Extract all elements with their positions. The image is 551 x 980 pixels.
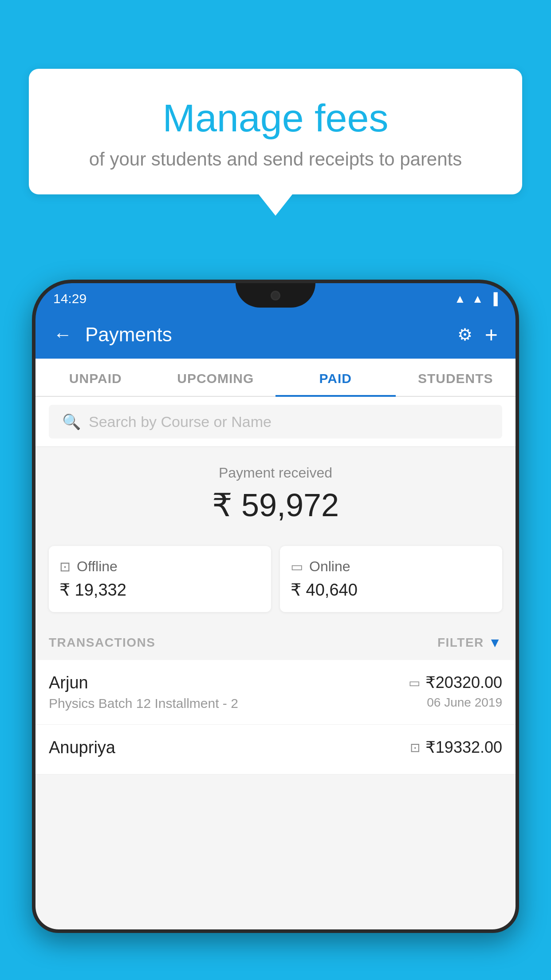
search-bar[interactable]: 🔍 Search by Course or Name [49, 405, 502, 439]
tab-upcoming[interactable]: UPCOMING [156, 359, 276, 396]
transaction-right: ▭ ₹20320.00 06 June 2019 [409, 673, 502, 710]
search-placeholder: Search by Course or Name [89, 413, 272, 431]
payment-received-label: Payment received [49, 465, 502, 481]
add-button[interactable]: + [485, 322, 498, 348]
card-payment-icon: ▭ [409, 676, 420, 690]
filter-text: FILTER [437, 636, 484, 650]
camera-lens [271, 291, 280, 300]
online-icon: ▭ [291, 559, 303, 574]
content-area: 🔍 Search by Course or Name Payment recei… [35, 397, 516, 929]
transaction-right: ⊡ ₹19332.00 [410, 738, 502, 760]
search-container: 🔍 Search by Course or Name [35, 397, 516, 447]
offline-amount: ₹ 19,332 [59, 580, 260, 600]
status-icons: ▲ ▲ ▐ [454, 292, 498, 306]
status-time: 14:29 [53, 291, 87, 306]
settings-button[interactable]: ⚙ [457, 325, 472, 344]
transaction-row: Arjun Physics Batch 12 Installment - 2 ▭… [35, 660, 516, 725]
transaction-name: Anupriya [49, 738, 410, 757]
transaction-amount-row: ⊡ ₹19332.00 [410, 738, 502, 757]
online-amount: ₹ 40,640 [291, 580, 492, 600]
offline-payment-icon: ⊡ [410, 740, 420, 755]
online-card: ▭ Online ₹ 40,640 [280, 546, 502, 612]
payment-amount: ₹ 59,972 [49, 486, 502, 524]
online-label: Online [309, 558, 350, 575]
tab-unpaid[interactable]: UNPAID [35, 359, 156, 396]
phone-frame: 14:29 ▲ ▲ ▐ ← Payments ⚙ + UNPAID UPCOMI… [32, 280, 519, 933]
battery-icon: ▐ [490, 292, 498, 306]
payment-summary: Payment received ₹ 59,972 [35, 447, 516, 546]
offline-icon: ⊡ [59, 559, 71, 574]
phone-notch [236, 283, 315, 308]
speech-bubble-card: Manage fees of your students and send re… [29, 69, 522, 194]
tab-students[interactable]: STUDENTS [396, 359, 516, 396]
back-button[interactable]: ← [53, 324, 72, 345]
transaction-name: Arjun [49, 673, 409, 692]
phone-wrapper: 14:29 ▲ ▲ ▐ ← Payments ⚙ + UNPAID UPCOMI… [32, 280, 519, 980]
bubble-subtitle: of your students and send receipts to pa… [51, 149, 500, 170]
filter-icon: ▼ [488, 635, 502, 650]
speech-bubble-arrow [259, 194, 292, 216]
app-header: ← Payments ⚙ + [35, 311, 516, 359]
tab-paid[interactable]: PAID [276, 359, 396, 396]
search-icon: 🔍 [62, 413, 81, 431]
speech-bubble-section: Manage fees of your students and send re… [29, 69, 522, 216]
transaction-row: Anupriya ⊡ ₹19332.00 [35, 725, 516, 775]
wifi-icon: ▲ [454, 292, 466, 306]
transaction-left: Anupriya [49, 738, 410, 761]
transactions-header: TRANSACTIONS FILTER ▼ [35, 625, 516, 660]
transaction-amount: ₹19332.00 [425, 738, 502, 757]
transaction-date: 06 June 2019 [409, 695, 502, 710]
transaction-amount: ₹20320.00 [425, 673, 502, 692]
offline-label: Offline [77, 558, 118, 575]
transactions-label: TRANSACTIONS [49, 636, 155, 650]
signal-icon: ▲ [472, 292, 484, 306]
tabs-bar: UNPAID UPCOMING PAID STUDENTS [35, 359, 516, 397]
payment-cards: ⊡ Offline ₹ 19,332 ▭ Online ₹ 40,640 [35, 546, 516, 625]
transaction-detail: Physics Batch 12 Installment - 2 [49, 696, 409, 711]
bubble-title: Manage fees [51, 95, 500, 141]
header-actions: ⚙ + [457, 322, 498, 348]
filter-button[interactable]: FILTER ▼ [437, 635, 502, 650]
transaction-amount-row: ▭ ₹20320.00 [409, 673, 502, 692]
header-title: Payments [85, 324, 444, 346]
offline-card: ⊡ Offline ₹ 19,332 [49, 546, 271, 612]
transaction-left: Arjun Physics Batch 12 Installment - 2 [49, 673, 409, 711]
